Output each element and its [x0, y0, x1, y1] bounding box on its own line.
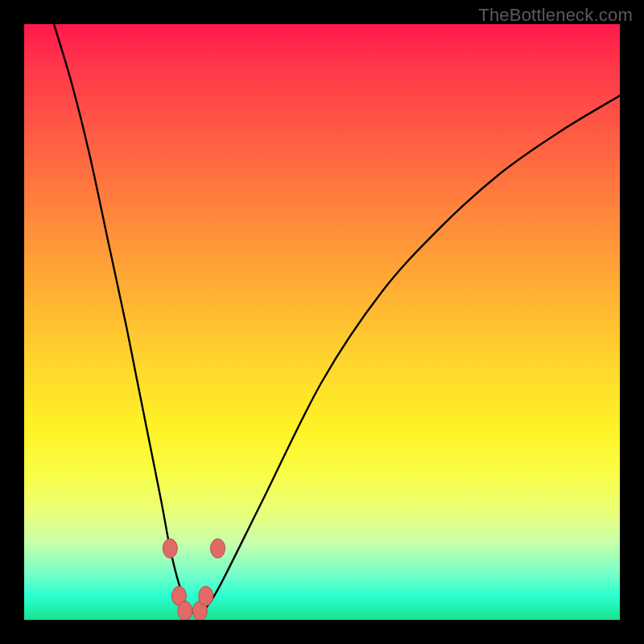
curve-marker — [199, 586, 213, 605]
watermark-text: TheBottleneck.com — [478, 5, 633, 26]
curve-markers — [24, 24, 620, 620]
curve-marker — [178, 601, 192, 620]
plot-area — [24, 24, 620, 620]
curve-marker — [211, 539, 225, 558]
chart-frame: TheBottleneck.com — [0, 0, 644, 644]
curve-marker — [163, 539, 177, 558]
